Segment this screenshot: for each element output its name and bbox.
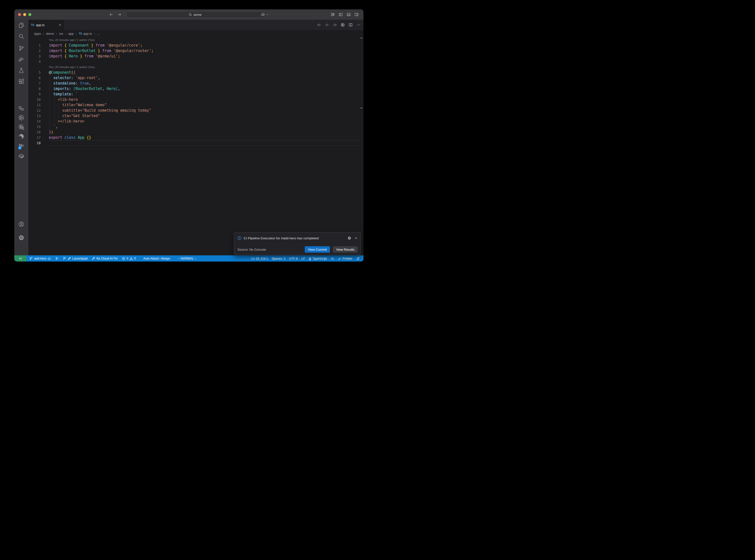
code-text: <lib-hero xyxy=(49,97,78,102)
zoom-window-button[interactable] xyxy=(28,13,31,16)
code-text: import { RouterOutlet } from '@angular/r… xyxy=(49,48,153,54)
code-line: 3import { Hero } from '@acme/ui'; xyxy=(28,54,363,59)
explorer-icon xyxy=(19,22,24,28)
extensions-icon[interactable] xyxy=(14,79,28,84)
breadcrumb-separator-icon: › xyxy=(56,32,57,36)
titlebar: acme xyxy=(14,9,363,20)
edge-devtools-icon[interactable] xyxy=(14,134,28,139)
run-circle-icon[interactable] xyxy=(325,23,329,27)
launchpad-item[interactable]: Launchpad xyxy=(62,257,88,260)
command-center-search[interactable]: acme xyxy=(126,11,264,18)
line-number: 7 xyxy=(28,81,41,86)
language-mode-item-label: TypeScript xyxy=(312,257,327,260)
notification-toast: CI Pipeline Execution for #add-hero has … xyxy=(234,232,361,255)
encoding-item[interactable]: UTF-8 xyxy=(288,257,298,260)
notification-source: Source: Nx Console xyxy=(237,248,266,252)
view-results-button[interactable]: View Results xyxy=(333,246,358,253)
line-number: 10 xyxy=(28,97,41,102)
search-icon[interactable] xyxy=(14,34,28,39)
eol-item-label: LF xyxy=(301,257,305,260)
indentation-item[interactable]: Spaces: 2 xyxy=(271,257,286,260)
breadcrumb-item-[interactable]: … xyxy=(97,32,100,36)
breadcrumb-item-appts[interactable]: TSapp.ts xyxy=(79,32,92,36)
blame-annotation: You, 26 minutes ago | 1 author (You) xyxy=(28,37,363,43)
nx-project-graph-icon[interactable] xyxy=(341,23,345,27)
copilot-status-item[interactable] xyxy=(330,257,335,260)
git-graph-item[interactable] xyxy=(55,257,59,260)
customize-layout-icon[interactable] xyxy=(331,13,335,17)
close-window-button[interactable] xyxy=(18,13,21,16)
breadcrumb-item-app[interactable]: app xyxy=(68,32,74,36)
problems-item-label: 0 xyxy=(126,257,128,260)
accounts-icon xyxy=(19,221,24,227)
graph-circle-icon xyxy=(19,115,24,121)
breadcrumb-separator-icon: › xyxy=(76,32,77,36)
breadcrumb: apps›demo›src›app›TSapp.ts›… xyxy=(28,30,363,37)
breadcrumb-separator-icon: › xyxy=(65,32,66,36)
nx-cloud-ai-fix-item[interactable]: Nx Cloud AI Fix xyxy=(91,257,118,260)
code-line: 12 subtitle="Build something amazing tod… xyxy=(28,108,363,113)
nx-console-icon[interactable]: N>2 xyxy=(14,143,28,148)
history-nav xyxy=(109,9,121,20)
code-text: title="Welcmoe demo" xyxy=(49,102,107,108)
source-control-icon[interactable] xyxy=(14,45,28,51)
chevron-down-icon[interactable] xyxy=(266,13,269,16)
go-back-icon[interactable] xyxy=(109,13,113,17)
breadcrumb-item-apps[interactable]: apps xyxy=(34,32,41,36)
line-number: 2 xyxy=(28,48,41,54)
graph-circle-icon[interactable] xyxy=(14,115,28,121)
view-commit-button[interactable]: View Commit xyxy=(305,246,330,253)
toggle-secondary-sidebar-icon[interactable] xyxy=(355,13,358,17)
branch-item-label: add-hero xyxy=(34,257,46,260)
more-actions-icon[interactable] xyxy=(357,23,360,27)
vim-mode-item-label: -- NORMAL -- xyxy=(178,257,197,260)
branch-item[interactable]: add-hero xyxy=(28,257,52,260)
cursor-position-item[interactable]: Ln 18, Col 1 xyxy=(251,257,269,260)
eol-item[interactable]: LF xyxy=(301,257,306,260)
language-mode-item[interactable]: {}TypeScript xyxy=(308,257,327,260)
manage-settings-icon[interactable] xyxy=(14,235,28,241)
split-editor-icon[interactable] xyxy=(349,23,353,27)
editor-area[interactable]: You, 26 minutes ago | 1 author (You)1imp… xyxy=(28,37,363,255)
launchpad-item-label: Launchpad xyxy=(72,257,87,260)
copilot-icon[interactable] xyxy=(261,13,265,17)
toggle-primary-sidebar-icon[interactable] xyxy=(339,13,343,17)
code-text: template: ` xyxy=(49,92,78,97)
rocket-icon xyxy=(67,257,71,260)
notification-close-icon[interactable] xyxy=(354,236,358,240)
run-debug-icon[interactable] xyxy=(14,57,28,62)
tab-app-ts[interactable]: TS app.ts xyxy=(28,20,64,30)
nav-forward-circle-icon[interactable] xyxy=(333,23,337,27)
code-line: 11 title="Welcmoe demo" xyxy=(28,102,363,108)
blame-text: You, 26 minutes ago | 1 author (You) xyxy=(49,64,95,70)
toggle-panel-icon[interactable] xyxy=(347,13,351,17)
vim-mode-item[interactable]: -- NORMAL -- xyxy=(177,257,198,260)
window-controls xyxy=(18,13,31,16)
code-line: 8 imports: [RouterOutlet, Hero], xyxy=(28,86,363,92)
info-icon xyxy=(237,236,241,240)
code-line: 18 xyxy=(28,140,363,146)
notification-settings-icon[interactable] xyxy=(347,236,351,240)
container-tools-icon[interactable] xyxy=(14,153,28,159)
explorer-icon[interactable] xyxy=(14,22,28,28)
breadcrumb-item-demo[interactable]: demo xyxy=(46,32,54,36)
extensions-icon xyxy=(19,79,24,84)
auto-attach-item[interactable]: Auto Attach: Always xyxy=(142,257,171,260)
notifications-bell-item[interactable] xyxy=(355,257,360,260)
prettier-item[interactable]: Prettier xyxy=(337,257,353,260)
accounts-icon[interactable] xyxy=(14,221,28,227)
flag-icon xyxy=(63,257,66,260)
flow-views-icon[interactable] xyxy=(14,105,28,111)
breadcrumb-item-src[interactable]: src xyxy=(59,32,63,36)
minimize-window-button[interactable] xyxy=(23,13,26,16)
testing-icon[interactable] xyxy=(14,67,28,73)
graph-search-icon[interactable] xyxy=(14,124,28,130)
publish-icon xyxy=(47,257,51,260)
go-forward-icon[interactable] xyxy=(117,13,121,17)
close-tab-icon[interactable] xyxy=(58,23,62,27)
code-line: 15 `, xyxy=(28,124,363,129)
problems-item[interactable]: 00 xyxy=(121,257,137,260)
remote-indicator[interactable] xyxy=(14,255,26,261)
nav-back-circle-icon[interactable] xyxy=(317,23,321,27)
warning-icon xyxy=(130,257,133,260)
